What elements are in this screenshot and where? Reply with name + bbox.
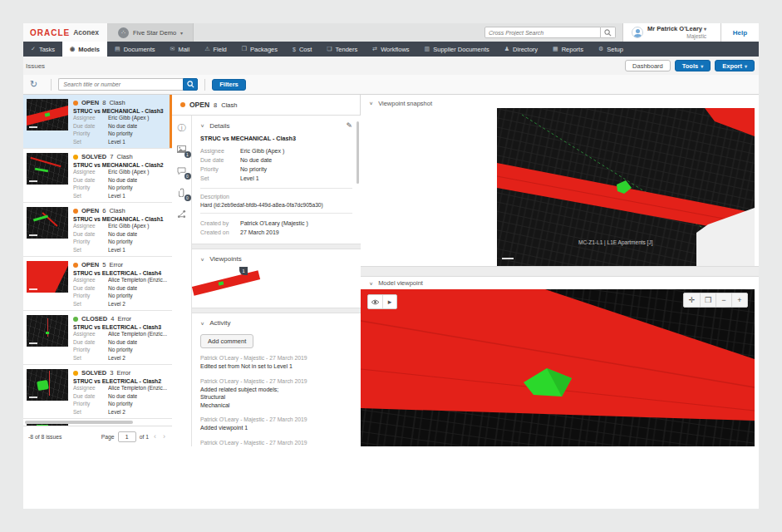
detail-set: Level 1 [240, 174, 259, 183]
content-area: OPEN 8 Clash STRUC vs MECHANICAL - Clash… [23, 95, 759, 446]
nav-tab[interactable]: ✉ Mail [163, 42, 198, 57]
list-item[interactable]: SOLVED 3 Error STRUC vs ELECTRICAL - Cla… [23, 365, 172, 419]
nav-tab-label: Reports [562, 46, 583, 53]
activity-author: Patrick O'Leary - Majestic - 27 March 20… [200, 440, 352, 446]
visibility-eye-icon[interactable] [368, 295, 382, 308]
viewpoint-snapshot-image[interactable]: MC-Z1-L1 | L1E Apartments [J] [497, 108, 755, 266]
due-date-value: No due date [108, 392, 137, 401]
list-item[interactable]: OPEN 8 Clash STRUC vs MECHANICAL - Clash… [23, 95, 172, 149]
activity-entry: Patrick O'Leary - Majestic - 27 March 20… [200, 440, 352, 447]
viewpoints-section-header[interactable]: ∨ Viewpoints [200, 255, 352, 263]
activity-author: Patrick O'Leary - Majestic - 27 March 20… [200, 378, 352, 384]
vertical-scrollbar[interactable] [357, 121, 359, 184]
prev-page-icon[interactable]: ‹ [152, 432, 158, 441]
export-button[interactable]: Export▾ [715, 60, 755, 71]
add-comment-button[interactable]: Add comment [200, 334, 253, 348]
nav-tab[interactable]: ▤ Documents [107, 42, 163, 57]
chevron-down-icon: ▾ [180, 30, 183, 36]
orbit-icon[interactable]: ❒ [700, 293, 716, 307]
relations-icon[interactable] [176, 209, 188, 219]
model-viewpoint-image [361, 289, 755, 446]
issue-thumbnail [27, 315, 68, 347]
filters-button[interactable]: Filters [212, 79, 246, 91]
page-number-input[interactable] [118, 431, 136, 442]
details-section-header[interactable]: ∨ Details ✎ [200, 121, 352, 130]
due-date-value: No due date [108, 284, 137, 293]
issue-number: 5 [102, 261, 106, 268]
detail-due-date: No due date [240, 155, 272, 165]
search-icon[interactable] [601, 27, 616, 38]
assignee-value: Alice Templeton (Enzic... [108, 330, 167, 338]
cross-project-search-input[interactable] [484, 27, 601, 38]
nav-tab[interactable]: ▥ Supplier Documents [417, 42, 497, 57]
attachments-icon[interactable]: 0 [176, 187, 188, 198]
issue-thumbnail [27, 261, 68, 293]
assignee-value: Alice Templeton (Enzic... [108, 276, 167, 284]
viewpoint-thumbnail[interactable]: 1 [200, 268, 247, 301]
refresh-icon[interactable]: ↻ [30, 80, 37, 89]
list-item[interactable]: OPEN 6 Clash STRUC vs MECHANICAL - Clash… [23, 203, 172, 257]
cross-project-search [484, 23, 616, 42]
issue-type: Clash [116, 153, 132, 160]
nav-tab[interactable]: ⚠ Field [197, 42, 234, 57]
topbar-spacer [194, 23, 484, 42]
list-item[interactable]: SOLVED 7 Clash STRUC vs MECHANICAL - Cla… [23, 149, 172, 203]
nav-tab[interactable]: ⚙ Setup [591, 42, 631, 57]
expand-tools-icon[interactable]: ▸ [382, 295, 396, 308]
issue-search [58, 78, 198, 91]
comments-icon[interactable]: 0 [176, 165, 188, 176]
nav-tab[interactable]: $ Cost [285, 42, 319, 57]
priority-value: No priority [108, 130, 133, 138]
pan-icon[interactable]: ✛ [684, 293, 700, 307]
assignee-value: Eric Gibb (Apex ) [108, 222, 150, 230]
issue-number: 8 [102, 99, 106, 106]
assignee-value: Eric Gibb (Apex ) [108, 114, 150, 122]
set-value: Level 1 [108, 138, 125, 146]
nav-tab-label: Documents [124, 46, 155, 53]
nav-tab[interactable]: ♟ Directory [497, 42, 545, 57]
zoom-in-icon[interactable]: + [731, 293, 747, 307]
chevron-down-icon: ▾ [701, 63, 703, 69]
issue-search-input[interactable] [58, 78, 183, 91]
created-by-label: Created by [200, 219, 240, 228]
nav-tab[interactable]: ▦ Reports [545, 42, 591, 57]
edit-icon[interactable]: ✎ [346, 121, 352, 130]
user-menu[interactable]: Mr Patrick O'Leary ▾ Majestic [622, 23, 721, 42]
model-viewpoint-header[interactable]: ∨ Model viewpoint [361, 277, 759, 289]
viewpoints-icon[interactable]: 1 [176, 144, 188, 155]
zoom-out-icon[interactable]: − [716, 293, 731, 307]
issue-title: STRUC vs ELECTRICAL - Clash3 [73, 324, 161, 330]
project-selector[interactable]: ∴ Five Star Demo ▾ [108, 23, 194, 42]
detail-type: Clash [221, 101, 237, 109]
info-icon[interactable]: ⓘ [176, 122, 188, 133]
horizontal-scrollbar[interactable] [25, 421, 133, 424]
set-value: Level 1 [108, 192, 125, 200]
activity-section-header[interactable]: ∨ Activity [200, 319, 352, 327]
nav-tab[interactable]: ✓ Tasks [23, 42, 62, 57]
user-name: Mr Patrick O'Leary ▾ [647, 26, 706, 33]
chevron-down-icon: ∨ [200, 320, 204, 325]
priority-value: No priority [108, 238, 133, 246]
nav-tab-label: Tenders [336, 46, 358, 53]
nav-tab[interactable]: ◉ Models [62, 42, 107, 57]
model-viewer-canvas[interactable]: ▸ ✛ ❒ − + [361, 289, 755, 446]
next-page-icon[interactable]: › [161, 432, 167, 441]
list-item[interactable]: CLOSED 4 Error STRUC vs ELECTRICAL - Cla… [23, 311, 172, 365]
status-label: SOLVED [81, 153, 106, 160]
search-icon[interactable] [183, 78, 198, 91]
help-link[interactable]: Help [721, 23, 759, 42]
detail-icon-strip: ⓘ 1 0 0 [172, 116, 192, 446]
list-item[interactable]: OPEN 5 Error STRUC vs ELECTRICAL - Clash… [23, 257, 172, 311]
issue-thumbnail [27, 369, 68, 401]
nav-tab[interactable]: ❒ Packages [234, 42, 285, 57]
details-section: ∨ Details ✎ STRUC vs MECHANICAL - Clash3… [192, 116, 361, 244]
nav-tab[interactable]: ⇄ Workflows [365, 42, 416, 57]
nav-tab[interactable]: ❏ Tenders [319, 42, 365, 57]
viewpoint-number-badge: 1 [239, 267, 248, 275]
viewpoint-snapshot-header[interactable]: ∨ Viewpoint snapshot [361, 95, 759, 108]
dashboard-button[interactable]: Dashboard [625, 60, 671, 71]
created-on-value: 27 March 2019 [240, 228, 279, 237]
issue-type: Clash [109, 207, 125, 214]
tools-button[interactable]: Tools▾ [675, 60, 711, 71]
nav-tab-label: Field [213, 46, 226, 53]
